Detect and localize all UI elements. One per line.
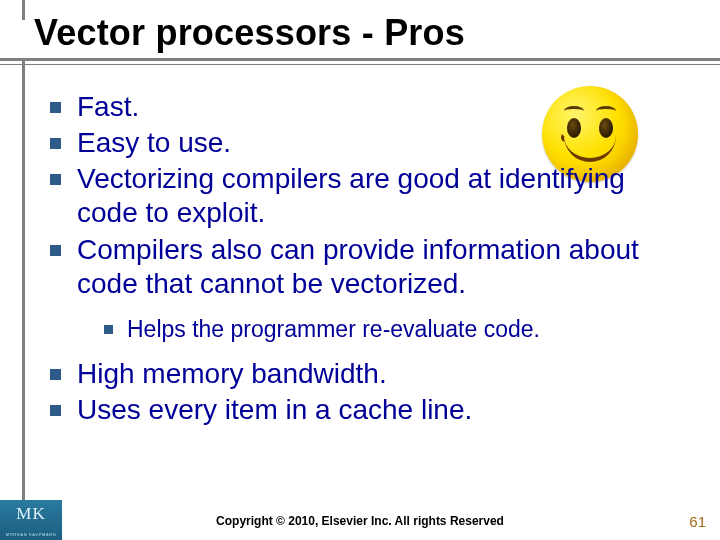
list-item: Compilers also can provide information a… [50,233,680,301]
logo-initials: MK [0,504,62,524]
title-area: Vector processors - Pros [0,0,720,72]
bullet-icon [50,245,61,256]
left-vertical-rule [22,58,25,540]
bullet-text: Uses every item in a cache line. [77,393,680,427]
list-item: Helps the programmer re-evaluate code. [104,315,680,343]
publisher-logo: MK MORGAN KAUFMANN [0,500,62,540]
bullet-text: Compilers also can provide information a… [77,233,680,301]
bullet-icon [50,369,61,380]
list-item: Vectorizing compilers are good at identi… [50,162,680,230]
list-item: Easy to use. [50,126,680,160]
slide-body: Fast. Easy to use. Vectorizing compilers… [50,90,680,429]
slide-title: Vector processors - Pros [34,12,465,54]
bullet-text: Easy to use. [77,126,680,160]
logo-subtext: MORGAN KAUFMANN [0,532,62,537]
bullet-text: Helps the programmer re-evaluate code. [127,315,680,343]
bullet-text: High memory bandwidth. [77,357,680,391]
bullet-text: Vectorizing compilers are good at identi… [77,162,680,230]
page-number: 61 [689,513,706,530]
sub-list: Helps the programmer re-evaluate code. [104,315,680,343]
list-item: Uses every item in a cache line. [50,393,680,427]
title-rule-thin [0,64,720,65]
list-item: High memory bandwidth. [50,357,680,391]
bullet-icon [50,405,61,416]
bullet-icon [50,174,61,185]
copyright-footer: Copyright © 2010, Elsevier Inc. All righ… [0,514,720,528]
title-accent-bar [22,0,25,20]
bullet-icon [50,138,61,149]
list-item: Fast. [50,90,680,124]
title-rule-thick [0,58,720,61]
bullet-icon [104,325,113,334]
bullet-text: Fast. [77,90,680,124]
bullet-icon [50,102,61,113]
